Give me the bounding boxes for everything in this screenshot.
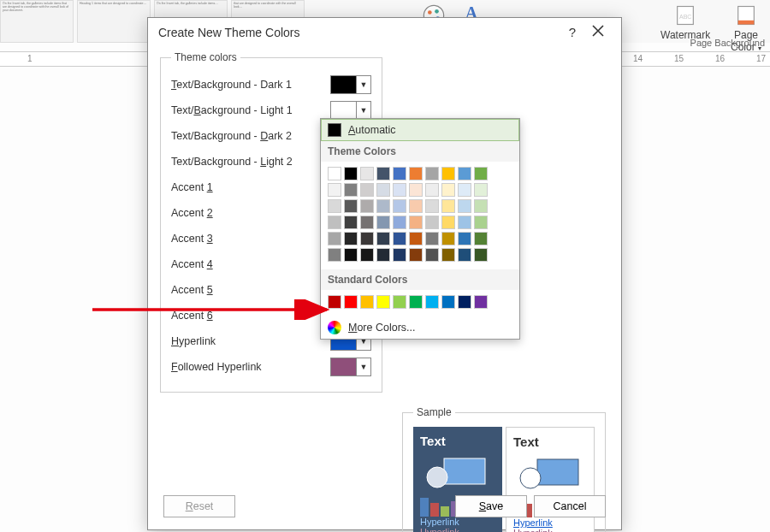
color-swatch — [331, 102, 357, 119]
color-cell[interactable] — [360, 199, 374, 213]
color-cell[interactable] — [458, 248, 471, 262]
color-cell[interactable] — [376, 183, 390, 197]
close-icon — [592, 25, 604, 37]
theme-colors-header: Theme Colors — [321, 141, 519, 162]
color-cell[interactable] — [474, 167, 488, 180]
color-cell[interactable] — [376, 232, 390, 245]
color-swatch-dropdown[interactable]: ▼ — [330, 358, 371, 376]
color-cell[interactable] — [409, 183, 423, 197]
color-wheel-icon — [328, 321, 341, 334]
theme-colors-legend: Theme colors — [171, 51, 240, 63]
svg-point-2 — [435, 9, 440, 14]
color-cell[interactable] — [458, 167, 471, 180]
color-cell[interactable] — [425, 216, 439, 229]
color-cell[interactable] — [441, 183, 455, 197]
color-cell[interactable] — [376, 199, 390, 213]
color-cell[interactable] — [458, 295, 471, 309]
more-colors-item[interactable]: More Colors... — [321, 316, 519, 339]
color-cell[interactable] — [328, 199, 341, 213]
thumbnail: On the Insert tab, the galleries include… — [0, 0, 74, 43]
color-cell[interactable] — [425, 295, 439, 309]
color-cell[interactable] — [393, 183, 406, 197]
color-cell[interactable] — [409, 199, 423, 213]
color-cell[interactable] — [376, 295, 390, 309]
color-cell[interactable] — [360, 295, 374, 309]
color-cell[interactable] — [328, 232, 341, 245]
color-cell[interactable] — [344, 216, 358, 229]
color-cell[interactable] — [425, 183, 439, 197]
color-cell[interactable] — [458, 232, 471, 245]
color-picker-popup: Automatic Theme Colors Standard Colors M… — [320, 118, 520, 340]
color-cell[interactable] — [409, 216, 423, 229]
color-cell[interactable] — [344, 199, 358, 213]
color-cell[interactable] — [393, 167, 406, 180]
color-cell[interactable] — [409, 295, 423, 309]
color-cell[interactable] — [425, 167, 439, 180]
color-cell[interactable] — [328, 216, 341, 229]
color-cell[interactable] — [360, 232, 374, 245]
chevron-down-icon: ▼ — [357, 358, 370, 375]
color-cell[interactable] — [344, 167, 358, 180]
close-button[interactable] — [585, 25, 611, 39]
color-cell[interactable] — [376, 167, 390, 180]
color-cell[interactable] — [393, 232, 406, 245]
theme-color-label: Accent 2 — [171, 207, 330, 219]
color-cell[interactable] — [441, 295, 455, 309]
cancel-button[interactable]: Cancel — [534, 495, 606, 517]
color-cell[interactable] — [458, 199, 471, 213]
save-button[interactable]: Save — [455, 495, 527, 517]
svg-rect-10 — [537, 459, 578, 485]
theme-color-label: Accent 4 — [171, 258, 330, 270]
color-cell[interactable] — [360, 248, 374, 262]
dialog-title: Create New Theme Colors — [158, 26, 299, 39]
color-cell[interactable] — [474, 232, 488, 245]
annotation-arrow — [91, 299, 339, 320]
color-cell[interactable] — [393, 199, 406, 213]
reset-button[interactable]: Reset — [163, 495, 235, 517]
color-cell[interactable] — [360, 167, 374, 180]
color-cell[interactable] — [441, 216, 455, 229]
color-cell[interactable] — [425, 199, 439, 213]
color-cell[interactable] — [441, 199, 455, 213]
color-cell[interactable] — [474, 183, 488, 197]
color-cell[interactable] — [409, 248, 423, 262]
color-cell[interactable] — [376, 216, 390, 229]
color-cell[interactable] — [393, 216, 406, 229]
color-cell[interactable] — [344, 295, 358, 309]
color-cell[interactable] — [474, 199, 488, 213]
color-cell[interactable] — [441, 232, 455, 245]
color-cell[interactable] — [409, 167, 423, 180]
color-cell[interactable] — [328, 183, 341, 197]
color-cell[interactable] — [458, 183, 471, 197]
thumbnail: Heading 1 items that are designed to coo… — [77, 0, 151, 43]
color-cell[interactable] — [441, 167, 455, 180]
color-cell[interactable] — [474, 216, 488, 229]
color-cell[interactable] — [344, 248, 358, 262]
color-cell[interactable] — [474, 295, 488, 309]
color-cell[interactable] — [425, 232, 439, 245]
color-cell[interactable] — [441, 248, 455, 262]
color-cell[interactable] — [376, 248, 390, 262]
automatic-color-item[interactable]: Automatic — [321, 119, 519, 141]
color-cell[interactable] — [328, 248, 341, 262]
color-cell[interactable] — [458, 216, 471, 229]
color-cell[interactable] — [360, 183, 374, 197]
theme-color-label: Accent 3 — [171, 233, 330, 245]
color-swatch-dropdown[interactable]: ▼ — [330, 101, 371, 120]
color-cell[interactable] — [474, 248, 488, 262]
page-background-group: Page Background — [690, 38, 765, 48]
color-cell[interactable] — [393, 295, 406, 309]
color-cell[interactable] — [425, 248, 439, 262]
help-button[interactable]: ? — [560, 25, 585, 39]
color-cell[interactable] — [344, 232, 358, 245]
color-cell[interactable] — [360, 216, 374, 229]
watermark-dropdown[interactable]: ABC Watermark — [660, 3, 710, 41]
color-cell[interactable] — [393, 248, 406, 262]
theme-color-label: Accent 5 — [171, 284, 330, 296]
color-swatch-dropdown[interactable]: ▼ — [330, 75, 371, 94]
color-cell[interactable] — [328, 167, 341, 180]
color-cell[interactable] — [409, 232, 423, 245]
svg-point-9 — [427, 467, 447, 488]
svg-rect-8 — [444, 458, 485, 484]
color-cell[interactable] — [344, 183, 358, 197]
